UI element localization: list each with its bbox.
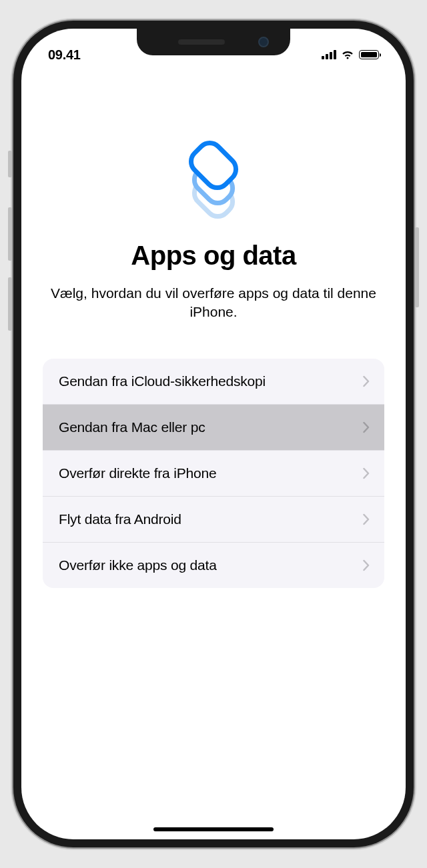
volume-down-button — [8, 277, 12, 331]
data-stack-icon — [177, 134, 250, 221]
options-list: Gendan fra iCloud-sikkerhedskopi Gendan … — [43, 359, 384, 588]
screen: 09.41 — [21, 29, 406, 839]
option-restore-mac-pc[interactable]: Gendan fra Mac eller pc — [43, 405, 384, 451]
status-time: 09.41 — [48, 47, 81, 63]
chevron-right-icon — [363, 421, 370, 433]
chevron-right-icon — [363, 559, 370, 571]
battery-icon — [359, 50, 379, 59]
option-dont-transfer[interactable]: Overfør ikke apps og data — [43, 543, 384, 588]
mute-switch — [8, 151, 12, 177]
option-label: Overfør ikke apps og data — [59, 557, 217, 573]
option-move-android[interactable]: Flyt data fra Android — [43, 497, 384, 543]
status-icons — [322, 49, 379, 60]
chevron-right-icon — [363, 467, 370, 479]
speaker-grille — [178, 39, 225, 45]
cellular-signal-icon — [322, 50, 336, 59]
option-label: Flyt data fra Android — [59, 511, 181, 527]
option-transfer-iphone[interactable]: Overfør direkte fra iPhone — [43, 451, 384, 497]
option-label: Gendan fra iCloud-sikkerhedskopi — [59, 373, 266, 389]
home-indicator[interactable] — [153, 827, 274, 831]
page-title: Apps og data — [131, 241, 296, 271]
wifi-icon — [341, 49, 354, 60]
chevron-right-icon — [363, 375, 370, 387]
iphone-device-frame: 09.41 — [13, 21, 414, 847]
option-label: Gendan fra Mac eller pc — [59, 419, 205, 435]
front-camera — [258, 37, 269, 47]
power-button — [415, 227, 419, 307]
chevron-right-icon — [363, 513, 370, 525]
volume-up-button — [8, 207, 12, 261]
page-subtitle: Vælg, hvordan du vil overføre apps og da… — [43, 284, 384, 322]
notch — [137, 29, 290, 55]
option-label: Overfør direkte fra iPhone — [59, 465, 216, 481]
option-restore-icloud[interactable]: Gendan fra iCloud-sikkerhedskopi — [43, 359, 384, 405]
main-content: Apps og data Vælg, hvordan du vil overfø… — [21, 67, 406, 588]
